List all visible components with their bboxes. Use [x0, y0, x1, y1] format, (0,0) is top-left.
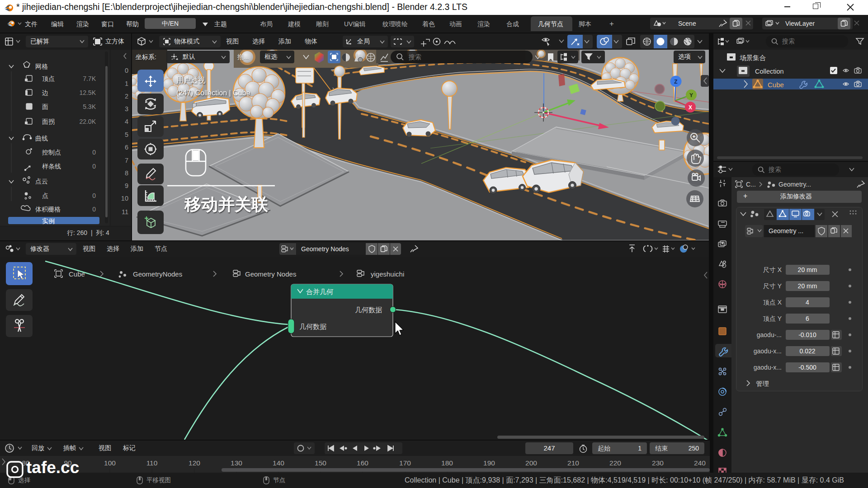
svg-text:130: 130: [231, 459, 242, 467]
svg-text:曲线: 曲线: [35, 135, 48, 142]
svg-text:控制点: 控制点: [42, 149, 61, 156]
svg-text:5.3K: 5.3K: [83, 103, 96, 110]
svg-text:Y: Y: [689, 92, 693, 99]
svg-text:几何数据: 几何数据: [355, 306, 382, 314]
svg-text:(247) Collection | Cube: (247) Collection | Cube: [176, 89, 250, 97]
svg-text:7: 7: [125, 157, 128, 164]
svg-text:Collection: Collection: [755, 68, 784, 75]
svg-text:11: 11: [122, 208, 128, 216]
svg-text:Geometry...: Geometry...: [778, 181, 811, 188]
svg-text:点: 点: [42, 192, 48, 199]
svg-text:移动并关联: 移动并关联: [184, 195, 269, 214]
svg-text:Z: Z: [674, 79, 677, 85]
svg-text:120: 120: [189, 459, 200, 467]
svg-text:Cube: Cube: [768, 81, 784, 89]
svg-text:面拐: 面拐: [42, 118, 55, 125]
svg-text:实例: 实例: [42, 217, 55, 225]
svg-text:110: 110: [146, 459, 158, 467]
svg-text:220: 220: [609, 459, 621, 467]
svg-text:合并几何: 合并几何: [306, 288, 333, 296]
svg-text:顶点 Y: 顶点 Y: [763, 315, 782, 322]
svg-text:9: 9: [125, 182, 128, 189]
svg-text:20 mm: 20 mm: [798, 282, 817, 290]
svg-text:0: 0: [92, 192, 96, 199]
svg-text:160: 160: [357, 459, 368, 467]
svg-text:网格: 网格: [35, 63, 48, 70]
svg-text:gaodu-x...: gaodu-x...: [754, 364, 782, 371]
svg-text:190: 190: [483, 459, 495, 467]
svg-text:4: 4: [125, 118, 128, 125]
svg-text:面: 面: [42, 103, 48, 110]
svg-text:180: 180: [441, 459, 453, 467]
svg-text:0: 0: [92, 206, 96, 213]
svg-text:尺寸 X: 尺寸 X: [763, 266, 782, 273]
svg-text:230: 230: [652, 459, 664, 467]
svg-text:GeometryNodes: GeometryNodes: [133, 270, 182, 278]
svg-text:-0.500: -0.500: [798, 364, 816, 371]
svg-text:0: 0: [92, 163, 96, 170]
svg-text:0.022: 0.022: [799, 347, 815, 355]
svg-text:Geometry Nodes: Geometry Nodes: [245, 270, 296, 278]
svg-text:12.5K: 12.5K: [79, 89, 96, 96]
svg-text:尺寸 Y: 尺寸 Y: [763, 282, 782, 290]
svg-text:8: 8: [125, 169, 128, 177]
svg-text:100: 100: [104, 459, 116, 467]
svg-text:Cube: Cube: [69, 270, 85, 278]
svg-text:gaodu-...: gaodu-...: [757, 331, 782, 338]
svg-text:0: 0: [92, 149, 96, 156]
svg-text:10: 10: [121, 195, 128, 202]
svg-text:X: X: [689, 104, 692, 111]
svg-text:20 mm: 20 mm: [798, 266, 817, 273]
svg-text:yigeshuichi: yigeshuichi: [371, 270, 404, 278]
svg-text:22.0K: 22.0K: [79, 118, 96, 125]
svg-text:2: 2: [125, 93, 128, 100]
svg-text:顶点: 顶点: [42, 75, 55, 82]
svg-text:170: 170: [399, 459, 411, 467]
svg-text:样条线: 样条线: [42, 163, 61, 170]
svg-text:5: 5: [125, 131, 128, 138]
svg-text:150: 150: [315, 459, 326, 467]
svg-text:Geometry ...: Geometry ...: [769, 227, 803, 235]
svg-text:几何数据: 几何数据: [299, 323, 326, 330]
svg-text:1: 1: [125, 80, 128, 87]
svg-text:4: 4: [806, 299, 809, 306]
svg-text:C...: C...: [746, 181, 756, 188]
svg-text:gaodu-x...: gaodu-x...: [754, 347, 782, 355]
svg-text:边: 边: [42, 89, 48, 96]
svg-text:240: 240: [694, 459, 706, 467]
svg-text:用户透视: 用户透视: [176, 76, 205, 84]
svg-text:6: 6: [806, 315, 809, 322]
svg-text:200: 200: [525, 459, 537, 467]
svg-text:管理: 管理: [756, 380, 769, 387]
svg-text:-0.010: -0.010: [798, 331, 816, 338]
svg-text:7.7K: 7.7K: [83, 75, 96, 82]
svg-text:场景集合: 场景集合: [740, 54, 766, 61]
svg-text:210: 210: [567, 459, 579, 467]
svg-text:3: 3: [125, 105, 128, 113]
svg-text:点云: 点云: [35, 178, 48, 185]
svg-text:6: 6: [125, 144, 128, 151]
svg-text:顶点 X: 顶点 X: [763, 299, 782, 306]
svg-text:140: 140: [273, 459, 284, 467]
svg-text:体积栅格: 体积栅格: [35, 206, 61, 213]
svg-text:0: 0: [125, 67, 128, 74]
